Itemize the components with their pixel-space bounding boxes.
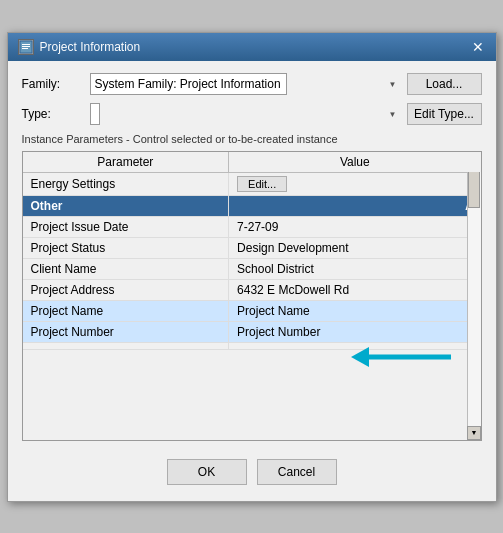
bottom-buttons: OK Cancel [22, 451, 482, 489]
dialog-title: Project Information [40, 40, 141, 54]
dialog-icon [18, 39, 34, 55]
table-row: Project Issue Date7-27-09 [23, 216, 481, 237]
family-label: Family: [22, 77, 82, 91]
edit-button[interactable]: Edit... [237, 176, 287, 192]
section-header-label: Other [23, 195, 229, 216]
table-row: Project NameProject Name [23, 300, 481, 321]
table-scroll-area[interactable]: Parameter Value Energy SettingsEdit...Ot… [23, 152, 481, 440]
dialog-body: Family: System Family: Project Informati… [8, 61, 496, 501]
section-header-icon: ∧ [229, 195, 481, 216]
svg-rect-3 [22, 48, 28, 49]
title-bar-left: Project Information [18, 39, 141, 55]
table-row: Other∧ [23, 195, 481, 216]
value-cell: Edit... [229, 172, 481, 195]
type-row: Type: Edit Type... [22, 103, 482, 125]
family-select-container: System Family: Project Information [90, 73, 401, 95]
value-cell: Project Name [229, 300, 481, 321]
param-cell: Project Status [23, 237, 229, 258]
cancel-button[interactable]: Cancel [257, 459, 337, 485]
value-cell [229, 342, 481, 349]
edit-type-button[interactable]: Edit Type... [407, 103, 482, 125]
table-row: Project NumberProject Number [23, 321, 481, 342]
table-row [23, 342, 481, 349]
value-cell: Project Number [229, 321, 481, 342]
ok-button[interactable]: OK [167, 459, 247, 485]
table-header-row: Parameter Value [23, 152, 481, 173]
type-label: Type: [22, 107, 82, 121]
table-row: Project Address6432 E McDowell Rd [23, 279, 481, 300]
param-cell [23, 342, 229, 349]
params-table: Parameter Value Energy SettingsEdit...Ot… [23, 152, 481, 350]
table-row: Client NameSchool District [23, 258, 481, 279]
value-cell: 6432 E McDowell Rd [229, 279, 481, 300]
close-button[interactable]: ✕ [470, 40, 486, 54]
value-cell: 7-27-09 [229, 216, 481, 237]
value-cell: Design Development [229, 237, 481, 258]
family-row: Family: System Family: Project Informati… [22, 73, 482, 95]
type-select-container [90, 103, 401, 125]
param-cell: Client Name [23, 258, 229, 279]
family-select[interactable]: System Family: Project Information [90, 73, 287, 95]
load-button[interactable]: Load... [407, 73, 482, 95]
param-cell: Project Number [23, 321, 229, 342]
table-body: Energy SettingsEdit...Other∧Project Issu… [23, 172, 481, 349]
type-select[interactable] [90, 103, 100, 125]
param-cell: Project Issue Date [23, 216, 229, 237]
type-select-wrapper: Edit Type... [90, 103, 482, 125]
svg-rect-2 [22, 46, 30, 47]
param-cell: Project Address [23, 279, 229, 300]
params-table-container: Parameter Value Energy SettingsEdit...Ot… [22, 151, 482, 441]
scrollbar-thumb[interactable] [468, 168, 480, 208]
value-cell: School District [229, 258, 481, 279]
scrollbar-track: ▲ ▼ [467, 152, 481, 440]
svg-rect-1 [22, 44, 30, 45]
table-row: Project StatusDesign Development [23, 237, 481, 258]
title-bar: Project Information ✕ [8, 33, 496, 61]
column-header-value: Value [229, 152, 481, 173]
param-cell: Energy Settings [23, 172, 229, 195]
project-information-dialog: Project Information ✕ Family: System Fam… [7, 32, 497, 502]
family-select-wrapper: System Family: Project Information Load.… [90, 73, 482, 95]
column-header-parameter: Parameter [23, 152, 229, 173]
scroll-down-arrow[interactable]: ▼ [467, 426, 481, 440]
param-cell: Project Name [23, 300, 229, 321]
instance-params-label: Instance Parameters - Control selected o… [22, 133, 482, 145]
table-row: Energy SettingsEdit... [23, 172, 481, 195]
